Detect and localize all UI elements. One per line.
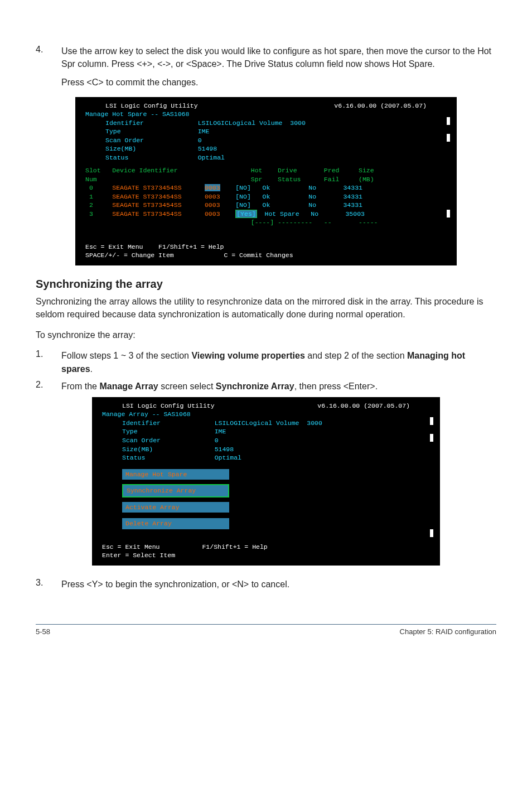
- sync-step1-span-c: .: [90, 364, 93, 374]
- term1-ident-row: Type IME: [105, 127, 449, 136]
- term1-title-row: LSI Logic Config Utility v6.16.00.00 (20…: [83, 102, 449, 110]
- sync-step-1-text: Follow steps 1 ~ 3 of the section Viewin…: [61, 349, 496, 375]
- term2-menu-item[interactable]: Manage Hot Spare: [122, 469, 229, 480]
- term2-footer-2: Enter = Select Item: [100, 551, 432, 560]
- term2-menu-item[interactable]: Activate Array: [122, 502, 229, 513]
- page-footer: 5-58 Chapter 5: RAID configuration: [36, 624, 496, 636]
- term1-title-right: v6.16.00.00 (2007.05.07): [334, 102, 427, 110]
- term2-menu-item[interactable]: Delete Array: [122, 518, 229, 529]
- term1-footer-1: Esc = Exit Menu F1/Shift+1 = Help: [83, 243, 449, 252]
- sync-step2-bold-a: Manage Array: [99, 381, 158, 391]
- step-3: 3. Press <Y> to begin the synchronizatio…: [36, 578, 496, 591]
- sync-step-1-number: 1.: [36, 349, 61, 375]
- term2-ident-row: Scan Order 0: [122, 436, 432, 445]
- term1-ident-row: Identifier LSILOGICLogical Volume 3000: [105, 119, 449, 128]
- term2-footer-1: Esc = Exit Menu F1/Shift+1 = Help: [100, 543, 432, 552]
- term1-data-row: 3 SEAGATE ST373454SS 0003 [Yes] Hot Spar…: [85, 210, 449, 219]
- sync-step2-span-b: screen select: [158, 381, 216, 391]
- sync-step2-span-c: , then press <Enter>.: [294, 381, 378, 391]
- step-4-number: 4.: [36, 45, 61, 70]
- term1-subtitle: Manage Hot Spare -- SAS1068: [83, 110, 449, 119]
- footer-left: 5-58: [36, 627, 50, 636]
- scrollbar-fragment: [447, 210, 450, 218]
- sync-step1-bold-a: Viewing volume properties: [191, 351, 304, 360]
- step-3-number: 3.: [36, 578, 61, 591]
- term2-subtitle: Manage Array -- SAS1068: [100, 410, 432, 419]
- step-3-text: Press <Y> to begin the synchronization, …: [61, 578, 496, 591]
- term2-ident-row: Status Optimal: [122, 453, 432, 462]
- term1-data-row: 0 SEAGATE ST373454SS 0003 [NO] Ok No 343…: [85, 183, 449, 192]
- term1-ident-row: Status Optimal: [105, 153, 449, 162]
- heading-synchronizing: Synchronizing the array: [36, 278, 496, 291]
- sync-para1: Synchronizing the array allows the utili…: [36, 295, 496, 321]
- sync-step1-span-a: Follow steps 1 ~ 3 of the section: [61, 351, 191, 360]
- sync-para2: To synchronize the array:: [36, 328, 496, 341]
- term1-title-left: LSI Logic Config Utility: [105, 102, 198, 110]
- sync-step2-bold-b: Synchronize Array: [216, 381, 294, 391]
- term2-ident-row: Size(MB) 51498: [122, 445, 432, 454]
- sync-step2-span-a: From the: [61, 381, 99, 391]
- term2-ident-row: Identifier LSILOGICLogical Volume 3000: [122, 419, 432, 428]
- scrollbar-fragment: [447, 134, 450, 142]
- footer-right: Chapter 5: RAID configuration: [400, 627, 496, 636]
- scrollbar-fragment: [447, 117, 450, 125]
- term1-data-row: 1 SEAGATE ST373454SS 0003 [NO] Ok No 343…: [85, 192, 449, 201]
- term2-title-right: v6.16.00.00 (2007.05.07): [317, 402, 410, 410]
- scrollbar-fragment: [430, 529, 433, 537]
- term1-footer-2: SPACE/+/- = Change Item C = Commit Chang…: [83, 251, 449, 260]
- step-4-text: Use the arrow key to select the disk you…: [61, 45, 496, 70]
- term2-ident-row: Type IME: [122, 427, 432, 436]
- scrollbar-fragment: [430, 417, 433, 425]
- sync-step-2: 2. From the Manage Array screen select S…: [36, 380, 496, 393]
- term2-title-left: LSI Logic Config Utility: [122, 402, 215, 410]
- sync-step1-span-b: and step 2 of the section: [305, 351, 407, 360]
- term1-table-header-2: Num Spr Status Fail (MB): [83, 175, 449, 184]
- sync-step-1: 1. Follow steps 1 ~ 3 of the section Vie…: [36, 349, 496, 375]
- step-4-para2: Press <C> to commit the changes.: [61, 76, 496, 89]
- sync-step-2-text: From the Manage Array screen select Sync…: [61, 380, 496, 393]
- term2-menu-item[interactable]: Synnchronize Array: [122, 484, 229, 497]
- term1-table-header-1: Slot Device Identifier Hot Drive Pred Si…: [83, 166, 449, 175]
- term1-ident-row: Scan Order 0: [105, 136, 449, 145]
- term1-dashrow: [----] --------- -- -----: [83, 218, 449, 227]
- sync-step-2-number: 2.: [36, 380, 61, 393]
- term1-ident-row: Size(MB) 51498: [105, 144, 449, 153]
- step-4: 4. Use the arrow key to select the disk …: [36, 45, 496, 70]
- scrollbar-fragment: [430, 434, 433, 442]
- terminal-hot-spare: LSI Logic Config Utility v6.16.00.00 (20…: [75, 97, 457, 265]
- term1-data-row: 2 SEAGATE ST373454SS 0003 [NO] Ok No 343…: [85, 201, 449, 210]
- term2-title-row: LSI Logic Config Utility v6.16.00.00 (20…: [100, 402, 432, 410]
- terminal-manage-array: LSI Logic Config Utility v6.16.00.00 (20…: [92, 397, 440, 566]
